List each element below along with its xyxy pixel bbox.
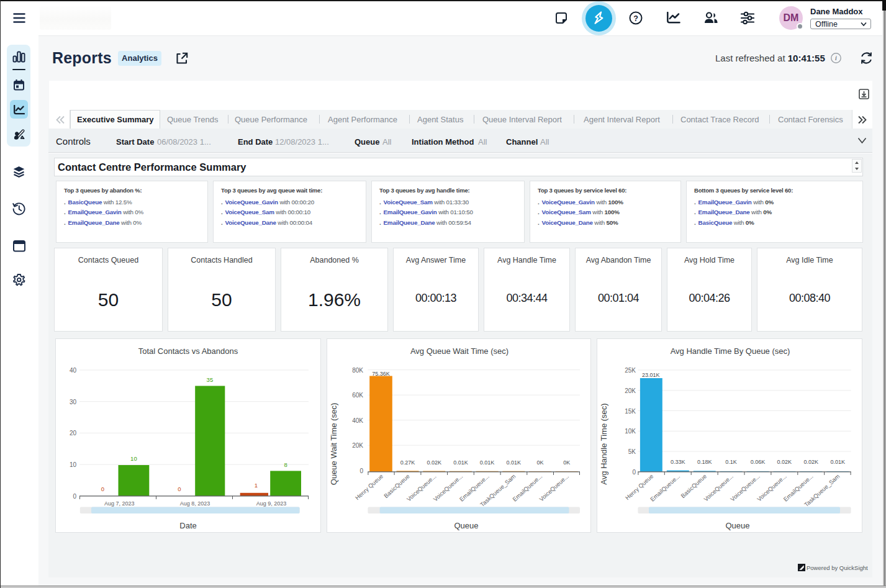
svg-text:Aug 7, 2023: Aug 7, 2023 [104,500,135,507]
svg-text:40: 40 [70,367,77,374]
svg-text:10: 10 [70,461,77,468]
svg-text:0: 0 [359,468,363,474]
svg-text:10: 10 [130,455,137,462]
svg-text:0: 0 [73,493,76,500]
svg-text:1: 1 [255,482,258,489]
svg-text:60K: 60K [352,392,363,399]
svg-text:5K: 5K [628,448,636,455]
svg-text:0: 0 [632,469,636,476]
svg-text:0.02K: 0.02K [803,459,818,465]
svg-text:8: 8 [284,461,287,468]
svg-text:80K: 80K [352,367,363,374]
svg-text:0K: 0K [563,459,570,466]
svg-text:i: i [835,55,837,61]
svg-text:Queue Wait Time (sec): Queue Wait Time (sec) [329,403,338,485]
svg-text:Queue: Queue [725,521,749,530]
svg-text:0: 0 [101,486,104,492]
svg-text:0.01K: 0.01K [480,459,495,466]
svg-text:0.01K: 0.01K [453,459,468,466]
svg-text:Avg Handle Time (sec): Avg Handle Time (sec) [599,403,608,484]
svg-text:0: 0 [178,486,181,492]
svg-text:BasicQueue: BasicQueue [382,473,411,499]
svg-text:BasicQueue: BasicQueue [679,473,708,499]
svg-text:Henry Queue: Henry Queue [354,473,384,501]
svg-text:0.06K: 0.06K [751,459,766,465]
svg-text:0.18K: 0.18K [697,459,712,465]
svg-text:0.01K: 0.01K [507,459,522,466]
svg-text:0.02K: 0.02K [777,459,792,465]
svg-text:0K: 0K [536,459,543,466]
svg-text:23.01K: 23.01K [642,372,660,378]
svg-text:15K: 15K [625,408,636,415]
svg-text:0.33K: 0.33K [671,459,685,465]
svg-text:Total Contacts vs Abandons: Total Contacts vs Abandons [138,346,238,356]
svg-text:?: ? [633,14,638,23]
svg-text:Aug 9, 2023: Aug 9, 2023 [256,500,287,507]
svg-text:0.27K: 0.27K [400,459,415,466]
svg-text:Avg Queue Wait Time (sec): Avg Queue Wait Time (sec) [410,346,509,356]
svg-text:30: 30 [70,399,77,405]
svg-text:0.1K: 0.1K [725,459,737,465]
svg-text:Avg Handle Time By Queue (sec): Avg Handle Time By Queue (sec) [671,346,790,356]
svg-text:20K: 20K [352,442,363,449]
svg-text:35: 35 [207,376,214,383]
svg-text:10K: 10K [625,428,636,435]
svg-text:20K: 20K [625,387,636,394]
svg-text:25K: 25K [625,367,636,374]
svg-text:75.36K: 75.36K [372,371,390,377]
svg-text:40K: 40K [352,417,363,424]
svg-text:Queue: Queue [454,521,478,530]
svg-text:Date: Date [179,521,196,530]
svg-text:20: 20 [70,430,77,436]
svg-text:Aug 8, 2023: Aug 8, 2023 [180,500,210,507]
svg-text:0.01K: 0.01K [830,459,845,465]
svg-text:0.02K: 0.02K [427,459,441,466]
